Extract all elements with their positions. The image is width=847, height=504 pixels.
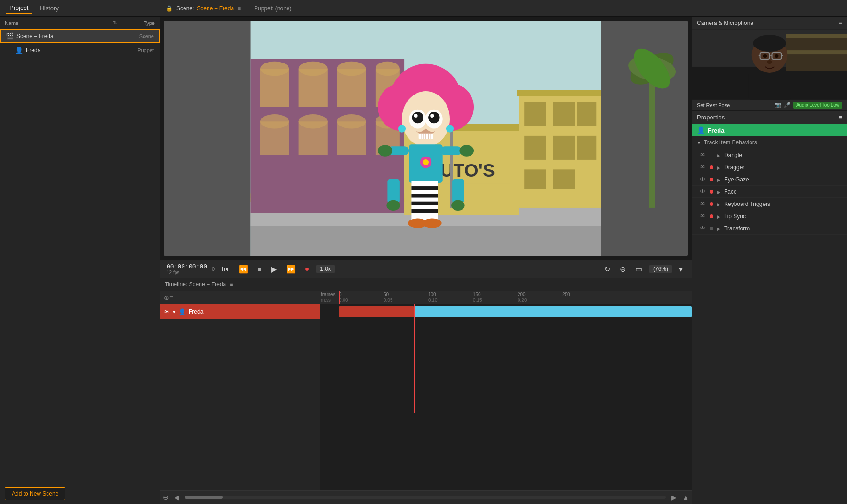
svg-point-49	[412, 112, 423, 123]
keyboard-triggers-expand-icon[interactable]	[717, 201, 720, 207]
keyboard-triggers-eye-icon[interactable]: 👁	[700, 200, 706, 207]
svg-point-19	[337, 114, 366, 129]
track-expand-button[interactable]: ▾	[173, 309, 176, 315]
stop-button[interactable]: ■	[255, 264, 264, 274]
track-eye-button[interactable]: 👁	[164, 308, 170, 315]
face-eye-icon[interactable]: 👁	[700, 188, 706, 195]
step-back-button[interactable]: ⏪	[236, 264, 250, 275]
lip-sync-expand-icon[interactable]	[717, 213, 720, 220]
tree-item-scene[interactable]: 🎬 Scene – Freda Scene	[0, 29, 160, 43]
refresh-button[interactable]: ↻	[602, 264, 613, 275]
timeline-zoom-in-button[interactable]: ▲	[682, 494, 689, 501]
svg-rect-22	[524, 102, 546, 126]
webcam-button[interactable]: ⊕	[617, 264, 628, 275]
svg-rect-39	[649, 69, 655, 208]
behavior-dragger[interactable]: 👁 Dragger	[692, 161, 847, 173]
timeline-content[interactable]	[320, 304, 692, 490]
zoom-dropdown[interactable]: ▾	[677, 264, 685, 275]
puppet-highlight-name: Freda	[708, 127, 724, 134]
speed-control[interactable]: 1.0x	[316, 265, 335, 273]
behavior-eye-gaze[interactable]: 👁 Eye Gaze	[692, 173, 847, 186]
dragger-expand-icon[interactable]	[717, 164, 720, 171]
behavior-face[interactable]: 👁 Face	[692, 186, 847, 198]
track-future-bar	[414, 306, 692, 317]
zoom-level[interactable]: (76%)	[649, 265, 672, 273]
svg-rect-74	[411, 194, 438, 197]
step-forward-button[interactable]: ⏩	[284, 264, 298, 275]
history-tab[interactable]: History	[36, 3, 62, 14]
transform-expand-icon[interactable]	[717, 225, 720, 232]
camera-feed	[692, 29, 847, 100]
behavior-lip-sync[interactable]: 👁 Lip Sync	[692, 210, 847, 222]
behavior-dangle[interactable]: 👁 Dangle	[692, 149, 847, 161]
timeline-section: Timeline: Scene – Freda ≡ ⊕≡ 👁 ▾ 👤 Freda	[160, 278, 692, 504]
add-to-new-scene-button[interactable]: Add to New Scene	[5, 487, 65, 500]
keyboard-triggers-dot	[710, 202, 713, 206]
timecode-display: 00:00:00:00 12 fps	[167, 263, 207, 275]
svg-point-50	[428, 112, 439, 123]
eye-gaze-expand-icon[interactable]	[717, 176, 720, 183]
timeline-menu-icon[interactable]: ≡	[230, 281, 233, 288]
svg-point-60	[446, 125, 454, 132]
sort-icon[interactable]: ⇅	[113, 20, 117, 26]
eye-gaze-eye-icon[interactable]: 👁	[700, 176, 706, 183]
scene-item-type: Scene	[116, 33, 154, 39]
timeline-scroll-left-button[interactable]: ◀	[174, 494, 179, 501]
timeline-scroll-right-button[interactable]: ▶	[671, 494, 677, 501]
add-track-icon[interactable]: ⊕≡	[164, 294, 173, 301]
right-panel: Camera & Microphone ≡	[692, 17, 847, 504]
svg-point-12	[376, 62, 400, 76]
scene-prefix: Scene:	[176, 5, 194, 12]
scene-label: Scene: Scene – Freda	[176, 5, 234, 12]
svg-point-10	[299, 62, 328, 76]
record-button[interactable]: ●	[303, 264, 312, 274]
ruler-mark-150-frames: 150	[473, 292, 481, 297]
puppet-icon: 👤	[15, 47, 23, 54]
lip-sync-eye-icon[interactable]: 👁	[700, 213, 706, 220]
camera-icon[interactable]: 📷	[775, 102, 781, 108]
top-bar: Project History 🔒 Scene: Scene – Freda ≡…	[0, 0, 847, 17]
properties-menu-icon[interactable]: ≡	[839, 114, 842, 121]
svg-point-9	[260, 62, 289, 76]
scene-name[interactable]: Scene – Freda	[197, 5, 234, 12]
scene-item-name: Scene – Freda	[16, 33, 116, 39]
svg-rect-29	[553, 169, 575, 189]
behavior-transform[interactable]: 👁 Transform	[692, 222, 847, 235]
timeline-tools: ⊕≡	[160, 291, 320, 304]
svg-rect-69	[452, 179, 464, 203]
dangle-label: Dangle	[724, 152, 742, 158]
svg-rect-24	[577, 102, 596, 126]
camera-menu-icon[interactable]: ≡	[839, 20, 842, 26]
svg-point-78	[423, 218, 442, 228]
lip-sync-dot	[710, 214, 713, 218]
behavior-keyboard-triggers[interactable]: 👁 Keyboard Triggers	[692, 198, 847, 210]
scene-menu-icon[interactable]: ≡	[238, 5, 241, 12]
lip-sync-label: Lip Sync	[724, 213, 746, 220]
tree-item-puppet[interactable]: 👤 Freda Puppet	[0, 43, 160, 57]
dangle-eye-icon[interactable]: 👁	[700, 151, 706, 158]
file-tree: 🎬 Scene – Freda Scene 👤 Freda Puppet	[0, 29, 160, 483]
go-to-start-button[interactable]: ⏮	[219, 264, 232, 274]
eye-gaze-label: Eye Gaze	[724, 176, 749, 183]
project-tab[interactable]: Project	[6, 2, 32, 14]
camera-title: Camera & Microphone	[697, 20, 753, 26]
left-panel: Name ⇅ Type 🎬 Scene – Freda Scene 👤 Fred…	[0, 17, 160, 504]
timeline-scrollbar[interactable]	[185, 496, 666, 499]
behaviors-collapse-arrow[interactable]	[697, 139, 701, 146]
ruler-mark-200-frames: 200	[518, 292, 526, 297]
puppet-highlight[interactable]: 👤 Freda	[692, 124, 847, 136]
frame-button[interactable]: ▭	[633, 264, 645, 275]
svg-point-18	[299, 114, 328, 129]
dangle-expand-icon[interactable]	[717, 152, 720, 158]
timeline-zoom-out-button[interactable]: ⊖	[163, 494, 168, 501]
frame-marker: 0	[212, 266, 215, 272]
play-button[interactable]: ▶	[269, 264, 279, 275]
face-expand-icon[interactable]	[717, 189, 720, 195]
scene-illustration: B UTO'S	[164, 21, 688, 256]
mic-icon[interactable]: 🎤	[784, 102, 791, 108]
properties-header: Properties ≡	[692, 111, 847, 124]
camera-header: Camera & Microphone ≡	[692, 17, 847, 29]
face-label: Face	[724, 189, 737, 195]
dragger-eye-icon[interactable]: 👁	[700, 164, 706, 171]
transform-eye-icon[interactable]: 👁	[700, 225, 706, 232]
